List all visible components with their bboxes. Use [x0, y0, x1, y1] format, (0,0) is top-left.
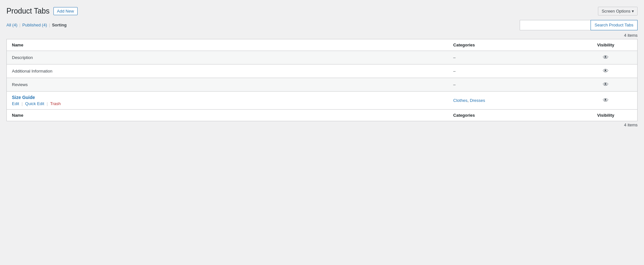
table-row: Size Guide Edit | Quick Edit | Trash Clo… [7, 91, 637, 109]
filter-links: All (4) | Published (4) | Sorting [6, 23, 67, 27]
row-visibility-cell: 👁 [574, 78, 637, 91]
visibility-eye-icon: 👁 [603, 54, 609, 61]
items-count-top: 4 items [6, 33, 638, 38]
search-input[interactable] [520, 20, 591, 30]
row-name-text: Additional Information [12, 69, 52, 74]
add-new-button[interactable]: Add New [53, 7, 78, 15]
row-categories-cell: – [448, 78, 574, 91]
col-header-name: Name [7, 39, 448, 51]
row-categories-cell: Clothes, Dresses [448, 91, 574, 109]
action-separator-2: | [47, 101, 48, 106]
filter-sorting-current: Sorting [52, 23, 67, 27]
filter-all-link[interactable]: All (4) [6, 23, 17, 27]
search-area: Search Product Tabs [520, 20, 638, 30]
separator-1: | [19, 23, 20, 27]
col-header-visibility: Visibility [574, 39, 637, 51]
row-actions: Edit | Quick Edit | Trash [12, 101, 443, 106]
table-row: Description – 👁 [7, 51, 637, 64]
items-count-bottom: 4 items [6, 123, 638, 127]
screen-options-label: Screen Options [601, 9, 630, 14]
product-tabs-table: Name Categories Visibility Description –… [6, 39, 638, 121]
row-title-link[interactable]: Size Guide [12, 95, 35, 100]
screen-options-button[interactable]: Screen Options ▾ [598, 7, 638, 15]
col-footer-visibility: Visibility [574, 109, 637, 121]
row-categories-cell: – [448, 51, 574, 64]
search-button[interactable]: Search Product Tabs [591, 20, 638, 30]
col-header-categories: Categories [448, 39, 574, 51]
visibility-eye-icon: 👁 [603, 68, 609, 74]
row-title: Size Guide [12, 95, 443, 100]
table-row: Reviews – 👁 [7, 78, 637, 91]
row-name-cell: Additional Information [7, 64, 448, 78]
trash-link[interactable]: Trash [50, 101, 61, 106]
category-clothes-link[interactable]: Clothes [453, 98, 468, 103]
row-name-text: Description [12, 55, 33, 60]
row-visibility-cell: 👁 [574, 64, 637, 78]
visibility-eye-icon: 👁 [603, 97, 609, 104]
quick-edit-link[interactable]: Quick Edit [25, 101, 44, 106]
filter-published-link[interactable]: Published (4) [22, 23, 47, 27]
table-row: Additional Information – 👁 [7, 64, 637, 78]
row-visibility-cell: 👁 [574, 91, 637, 109]
screen-options-chevron-icon: ▾ [632, 9, 634, 14]
row-name-cell: Description [7, 51, 448, 64]
row-categories-cell: – [448, 64, 574, 78]
page-title: Product Tabs [6, 6, 50, 16]
edit-link[interactable]: Edit [12, 101, 19, 106]
category-dresses-link[interactable]: Dresses [470, 98, 485, 103]
row-visibility-cell: 👁 [574, 51, 637, 64]
col-footer-name: Name [7, 109, 448, 121]
visibility-eye-icon: 👁 [603, 81, 609, 88]
col-footer-categories: Categories [448, 109, 574, 121]
separator-2: | [49, 23, 50, 27]
row-name-cell: Reviews [7, 78, 448, 91]
action-separator-1: | [22, 101, 23, 106]
row-name-cell: Size Guide Edit | Quick Edit | Trash [7, 91, 448, 109]
row-name-text: Reviews [12, 82, 28, 87]
